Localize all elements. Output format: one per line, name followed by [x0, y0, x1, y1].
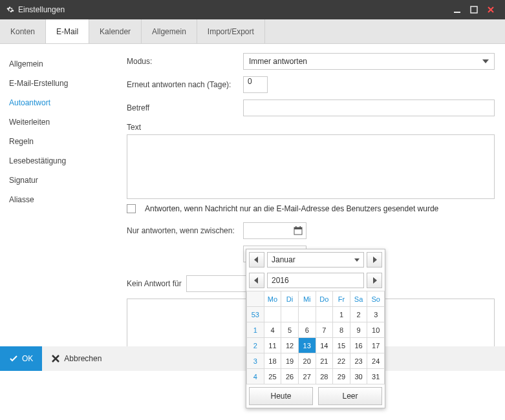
calendar-day[interactable]: 20: [298, 353, 316, 369]
prev-month-button[interactable]: [249, 252, 264, 268]
modus-select[interactable]: Immer antworten: [243, 53, 495, 70]
sidebar-item-autoantwort[interactable]: Autoantwort: [0, 93, 116, 112]
calendar-day: [264, 307, 281, 322]
sidebar-item-weiterleiten[interactable]: Weiterleiten: [0, 112, 116, 132]
calendar-day[interactable]: 18: [264, 353, 281, 369]
calendar-day[interactable]: 19: [281, 353, 299, 369]
calendar-day[interactable]: 13: [298, 338, 316, 353]
only-between-label: Nur antworten, wenn zwischen:: [127, 226, 243, 235]
calendar-day[interactable]: 4: [264, 322, 281, 338]
maximize-button[interactable]: [466, 2, 482, 17]
tab-import-export[interactable]: Import/Export: [197, 19, 265, 43]
calendar-day[interactable]: 6: [298, 322, 316, 338]
text-label: Text: [127, 123, 243, 132]
close-button[interactable]: [483, 2, 499, 17]
reanswer-days-input[interactable]: 0: [243, 76, 268, 93]
reply-only-to-user-checkbox[interactable]: [127, 204, 136, 213]
calendar-day[interactable]: 12: [281, 338, 299, 353]
tab-konten[interactable]: Konten: [0, 19, 46, 43]
prev-year-button[interactable]: [249, 273, 264, 288]
day-header: Mo: [264, 291, 281, 307]
week-number: 2: [247, 338, 264, 353]
next-month-button[interactable]: [367, 252, 382, 268]
clear-button[interactable]: Leer: [318, 387, 382, 405]
calendar-day[interactable]: 27: [298, 369, 316, 384]
svg-rect-5: [300, 226, 301, 228]
svg-rect-0: [454, 12, 460, 13]
no-answer-for-label: Kein Antwort für: [127, 279, 186, 288]
calendar-day[interactable]: 21: [316, 353, 333, 369]
calendar-day[interactable]: 22: [333, 353, 350, 369]
year-value: 2016: [272, 276, 289, 285]
calendar-day[interactable]: 17: [367, 338, 385, 353]
calendar-day[interactable]: 23: [350, 353, 367, 369]
svg-rect-3: [294, 227, 302, 229]
cancel-button[interactable]: Abbrechen: [42, 346, 111, 371]
calendar-day[interactable]: 31: [367, 369, 385, 384]
calendar-day[interactable]: 8: [333, 322, 350, 338]
subject-label: Betreff: [127, 103, 243, 112]
calendar-day[interactable]: 1: [333, 307, 350, 322]
calendar-day[interactable]: 26: [281, 369, 299, 384]
month-select[interactable]: Januar: [267, 252, 364, 268]
sidebar-item-regeln[interactable]: Regeln: [0, 132, 116, 151]
tab-strip: KontenE-MailKalenderAllgemeinImport/Expo…: [0, 19, 505, 44]
sidebar-item-allgemein[interactable]: Allgemein: [0, 54, 116, 74]
calendar-day: [298, 307, 316, 322]
calendar-day[interactable]: 10: [367, 322, 385, 338]
calendar-day[interactable]: 5: [281, 322, 299, 338]
today-button[interactable]: Heute: [249, 387, 313, 405]
minimize-button[interactable]: [449, 2, 465, 17]
calendar-day[interactable]: 7: [316, 322, 333, 338]
subject-input[interactable]: [243, 100, 495, 116]
calendar-icon[interactable]: [293, 226, 303, 236]
week-number: 3: [247, 353, 264, 369]
calendar-day[interactable]: 28: [316, 369, 333, 384]
week-number: 4: [247, 369, 264, 384]
tab-e-mail[interactable]: E-Mail: [46, 19, 89, 43]
calendar-day: [281, 307, 299, 322]
day-header: Do: [316, 291, 333, 307]
day-header: Sa: [350, 291, 367, 307]
date-from-input[interactable]: [243, 222, 306, 239]
calendar-day[interactable]: 9: [350, 322, 367, 338]
sidebar-item-signatur[interactable]: Signatur: [0, 171, 116, 190]
day-header: Fr: [333, 291, 350, 307]
day-header: So: [367, 291, 385, 307]
modus-label: Modus:: [127, 57, 243, 66]
calendar-day[interactable]: 14: [316, 338, 333, 353]
close-icon: [51, 354, 60, 363]
next-year-button[interactable]: [367, 273, 382, 288]
week-number: 53: [247, 307, 264, 322]
week-number: 1: [247, 322, 264, 338]
tab-kalender[interactable]: Kalender: [89, 19, 142, 43]
sidebar-item-lesebest-tigung[interactable]: Lesebestätigung: [0, 151, 116, 171]
check-icon: [9, 354, 18, 363]
sidebar-item-e-mail-erstellung[interactable]: E-Mail-Erstellung: [0, 74, 116, 93]
calendar-day[interactable]: 11: [264, 338, 281, 353]
reanswer-label: Erneut antworten nach (Tage):: [127, 80, 243, 89]
month-value: Januar: [272, 255, 295, 264]
day-header: Mi: [298, 291, 316, 307]
date-picker: Januar 2016 MoDiMiDoFrSaSo 5312314567891…: [246, 249, 385, 408]
cancel-label: Abbrechen: [64, 354, 102, 363]
reply-only-to-user-label: Antworten, wenn Nachricht nur an die E-M…: [145, 204, 438, 213]
calendar-day[interactable]: 25: [264, 369, 281, 384]
calendar-day[interactable]: 24: [367, 353, 385, 369]
ok-button[interactable]: OK: [0, 346, 42, 371]
calendar-day[interactable]: 29: [333, 369, 350, 384]
calendar-day[interactable]: 15: [333, 338, 350, 353]
year-input[interactable]: 2016: [267, 273, 364, 288]
gear-icon: [6, 6, 14, 14]
calendar-day[interactable]: 3: [367, 307, 385, 322]
text-textarea[interactable]: [127, 134, 495, 199]
chevron-down-icon: [482, 59, 489, 63]
sidebar-item-aliasse[interactable]: Aliasse: [0, 190, 116, 209]
tab-allgemein[interactable]: Allgemein: [142, 19, 197, 43]
calendar-day[interactable]: 30: [350, 369, 367, 384]
calendar-day[interactable]: 16: [350, 338, 367, 353]
chevron-down-icon: [354, 258, 360, 262]
svg-rect-4: [295, 226, 297, 228]
week-number-header: [247, 291, 264, 307]
calendar-day[interactable]: 2: [350, 307, 367, 322]
